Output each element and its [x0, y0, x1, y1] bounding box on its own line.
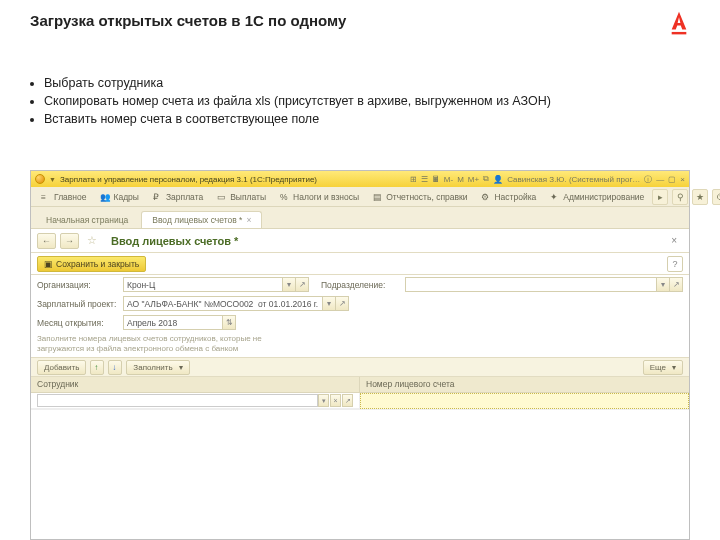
dropdown-icon[interactable]: ▼ [49, 176, 56, 183]
instruction-list: Выбрать сотрудника Скопировать номер сче… [30, 74, 551, 128]
menu-settings[interactable]: ⚙Настройка [475, 190, 542, 204]
dropdown-button[interactable]: ▾ [657, 277, 670, 292]
row-organization: Организация: ▾ ↗ Подразделение: ▾ ↗ [31, 275, 689, 294]
open-button[interactable]: ↗ [342, 394, 353, 407]
spinner-button[interactable]: ⇅ [223, 315, 236, 330]
org-input[interactable] [123, 277, 283, 292]
tab-bar: Начальная страница Ввод лицевых счетов *… [31, 207, 689, 229]
tab-close-icon[interactable]: × [246, 215, 251, 225]
form-toolbar: ← → ☆ Ввод лицевых счетов * × [31, 229, 689, 253]
menu-label: Администрирование [563, 192, 644, 202]
app-orb-icon[interactable] [35, 174, 45, 184]
save-and-close-button[interactable]: ▣Сохранить и закрыть [37, 256, 146, 272]
menu-payments[interactable]: ▭Выплаты [211, 190, 272, 204]
cell-account[interactable] [360, 393, 689, 409]
fill-button[interactable]: Заполнить▾ [126, 360, 189, 375]
tab-accounts[interactable]: Ввод лицевых счетов *× [141, 211, 262, 228]
menu-salary[interactable]: ₽Зарплата [147, 190, 209, 204]
action-bar: ▣Сохранить и закрыть ? [31, 253, 689, 275]
menu-hr[interactable]: 👥Кадры [94, 190, 144, 204]
move-up-button[interactable]: ↑ [90, 360, 104, 375]
titlebar-m-minus[interactable]: M- [444, 175, 453, 184]
proj-input[interactable] [123, 296, 323, 311]
form-hint: Заполните номера лицевых счетов сотрудни… [31, 332, 689, 357]
user-label: Савинская З.Ю. (Системный прог… [507, 175, 640, 184]
titlebar-icon[interactable]: ⧉ [483, 174, 489, 184]
minimize-icon[interactable]: — [656, 175, 664, 184]
dropdown-button[interactable]: ▾ [283, 277, 296, 292]
people-icon: 👥 [100, 192, 110, 202]
grid-empty-area [31, 409, 689, 539]
titlebar-m-plus[interactable]: M+ [468, 175, 479, 184]
menu-taxes[interactable]: %Налоги и взносы [274, 190, 365, 204]
toolbar-btn[interactable]: ▸ [652, 189, 668, 205]
form-close-button[interactable]: × [665, 235, 683, 246]
org-label: Организация: [37, 280, 119, 290]
menu-main[interactable]: ≡Главное [35, 190, 92, 204]
percent-icon: % [280, 192, 290, 202]
open-button[interactable]: ↗ [336, 296, 349, 311]
tab-label: Ввод лицевых счетов * [152, 215, 242, 225]
month-label: Месяц открытия: [37, 318, 119, 328]
user-icon[interactable]: 👤 [493, 175, 503, 184]
doc-icon: ▤ [373, 192, 383, 202]
add-button[interactable]: Добавить [37, 360, 86, 375]
menu-label: Отчетность, справки [386, 192, 467, 202]
tab-home[interactable]: Начальная страница [35, 211, 139, 228]
dropdown-button[interactable]: ▾ [318, 394, 329, 407]
move-down-button[interactable]: ↓ [108, 360, 122, 375]
menu-reports[interactable]: ▤Отчетность, справки [367, 190, 473, 204]
admin-icon: ✦ [550, 192, 560, 202]
titlebar-icon[interactable]: ⊞ [410, 175, 417, 184]
open-button[interactable]: ↗ [296, 277, 309, 292]
maximize-icon[interactable]: ▢ [668, 175, 676, 184]
dept-input[interactable] [405, 277, 657, 292]
toolbar-btn[interactable]: ⚲ [672, 189, 688, 205]
dropdown-button[interactable]: ▾ [323, 296, 336, 311]
titlebar-icon[interactable]: 🖩 [432, 175, 440, 184]
nav-back-button[interactable]: ← [37, 233, 56, 249]
nav-fwd-button[interactable]: → [60, 233, 79, 249]
menu-label: Зарплата [166, 192, 203, 202]
col-account[interactable]: Номер лицевого счета [360, 377, 689, 392]
menu-label: Кадры [113, 192, 138, 202]
month-input[interactable] [123, 315, 223, 330]
money-icon: ₽ [153, 192, 163, 202]
app-window: ▼ Зарплата и управление персоналом, реда… [30, 170, 690, 540]
toolbar-btn[interactable]: ★ [692, 189, 708, 205]
more-button[interactable]: Еще▾ [643, 360, 683, 375]
grid-row[interactable]: ▾ × ↗ [31, 393, 689, 409]
proj-label: Зарплатный проект: [37, 299, 119, 309]
main-menu: ≡Главное 👥Кадры ₽Зарплата ▭Выплаты %Нало… [31, 187, 689, 207]
menu-label: Налоги и взносы [293, 192, 359, 202]
save-label: Сохранить и закрыть [56, 259, 139, 269]
menu-admin[interactable]: ✦Администрирование [544, 190, 650, 204]
window-titlebar: ▼ Зарплата и управление персоналом, реда… [31, 171, 689, 187]
arrow-left-icon: ← [42, 236, 51, 246]
titlebar-icon[interactable]: ⓘ [644, 174, 652, 185]
cell-employee[interactable]: ▾ × ↗ [31, 393, 360, 409]
titlebar-icon[interactable]: ☰ [421, 175, 428, 184]
form-title: Ввод лицевых счетов * [111, 235, 238, 247]
employee-input[interactable] [37, 394, 318, 407]
grid-header: Сотрудник Номер лицевого счета [31, 377, 689, 393]
more-label: Еще [650, 363, 666, 372]
toolbar-btn[interactable]: ⏲ [712, 189, 720, 205]
slide-title: Загрузка открытых счетов в 1С по одному [30, 12, 346, 29]
help-button[interactable]: ? [667, 256, 683, 272]
dropdown-icon: ▾ [672, 363, 676, 372]
dropdown-icon: ▾ [179, 363, 183, 372]
wallet-icon: ▭ [217, 192, 227, 202]
favorite-icon[interactable]: ☆ [83, 234, 101, 247]
open-button[interactable]: ↗ [670, 277, 683, 292]
close-icon[interactable]: × [680, 175, 685, 184]
arrow-right-icon: → [65, 236, 74, 246]
gear-icon: ⚙ [481, 192, 491, 202]
row-month: Месяц открытия: ⇅ [31, 313, 689, 332]
fill-label: Заполнить [133, 363, 172, 372]
instruction-item: Вставить номер счета в соответствующее п… [44, 110, 551, 128]
col-employee[interactable]: Сотрудник [31, 377, 360, 392]
titlebar-m[interactable]: M [457, 175, 464, 184]
clear-button[interactable]: × [330, 394, 341, 407]
add-label: Добавить [44, 363, 79, 372]
